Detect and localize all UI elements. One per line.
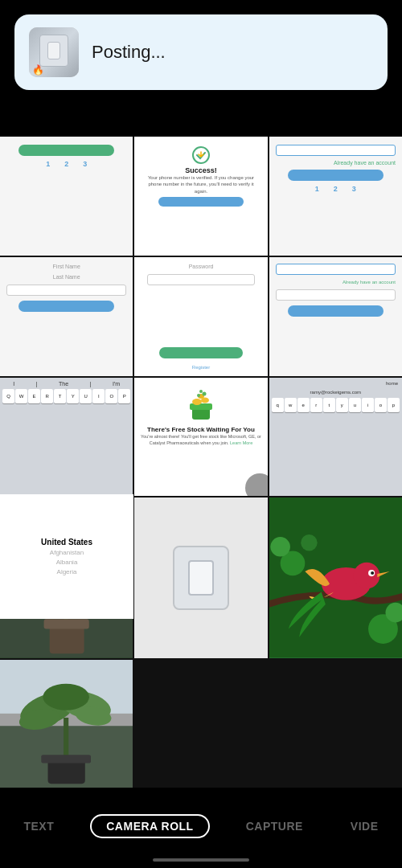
bird-art-photo xyxy=(269,497,402,657)
grid-cell-keyboard-2: home ramy@rocketgems.com q w e r t y u i… xyxy=(269,378,402,497)
grid-cell-plant-2[interactable] xyxy=(0,660,133,788)
posting-thumbnail: 🔥 xyxy=(29,27,79,77)
tab-bar: TEXT CAMERA ROLL CAPTURE VIDE xyxy=(0,788,402,868)
grid-cell-form-1[interactable]: First Name Last Name xyxy=(0,257,133,376)
keyboard-row-2: q w e r t y u i o p xyxy=(272,398,400,412)
firstname-label: First Name xyxy=(6,264,126,269)
grid-cell-bird[interactable] xyxy=(269,497,402,657)
success-text: Your phone number is verified. If you ch… xyxy=(144,174,257,194)
key-o[interactable]: O xyxy=(105,389,117,403)
grid-cell-keyboard-1: I|The|I'm Q W E R T Y U I O P xyxy=(0,378,133,497)
key-p[interactable]: P xyxy=(118,389,130,403)
key-y[interactable]: Y xyxy=(67,389,79,403)
grid-cell-signup-1[interactable]: 1 2 3 xyxy=(0,137,133,256)
already-account-link: Already have an account xyxy=(276,160,396,166)
stock-title: There's Free Stock Waiting For You xyxy=(147,426,255,434)
svg-point-24 xyxy=(353,563,379,589)
key-t[interactable]: T xyxy=(54,389,66,403)
photo-grid: 1 2 3 Success! Your phone number is veri… xyxy=(0,137,402,788)
key-u2[interactable]: u xyxy=(349,398,361,412)
step-dots-1: 1 2 3 xyxy=(6,160,126,168)
grid-cell-lightswitch[interactable] xyxy=(134,497,267,657)
already-account-2: Already have an account xyxy=(276,280,396,285)
form-btn-1 xyxy=(18,301,114,312)
key-w2[interactable]: w xyxy=(285,398,297,412)
key-q[interactable]: Q xyxy=(2,389,14,403)
tab-capture-label: CAPTURE xyxy=(246,820,303,833)
grid-cell-success: Success! Your phone number is verified. … xyxy=(134,137,267,256)
register-btn xyxy=(159,347,244,358)
register-label: Register xyxy=(192,365,210,370)
form-btn-2 xyxy=(288,305,384,317)
key-r2[interactable]: r xyxy=(310,398,322,412)
svg-rect-2 xyxy=(190,403,212,410)
email-input-active-mock xyxy=(276,264,396,275)
lastname-label: Last Name xyxy=(6,274,126,280)
password-input-mock xyxy=(147,274,255,285)
country-list[interactable]: United States Afghanistan Albania Algeri… xyxy=(0,494,133,619)
grid-cell-signup-2[interactable]: Already have an account 123 xyxy=(269,137,402,256)
switch-plate-large xyxy=(173,546,229,610)
svg-point-3 xyxy=(192,399,202,405)
country-us[interactable]: United States xyxy=(41,538,92,547)
tab-capture[interactable]: CAPTURE xyxy=(235,815,314,837)
key-w[interactable]: W xyxy=(15,389,27,403)
lightswitch-bg xyxy=(134,497,267,657)
firstname-input-mock xyxy=(6,285,126,296)
continue-btn-2 xyxy=(288,170,384,181)
key-q2[interactable]: q xyxy=(272,398,284,412)
email-input-mock xyxy=(276,145,396,156)
key-y2[interactable]: y xyxy=(336,398,348,412)
tab-text[interactable]: TEXT xyxy=(12,815,65,837)
tab-camera-roll[interactable]: CAMERA ROLL xyxy=(90,814,209,838)
key-i[interactable]: I xyxy=(92,389,105,403)
svg-point-6 xyxy=(197,394,200,397)
svg-point-8 xyxy=(199,390,203,393)
word-suggestions-1: I|The|I'm xyxy=(2,380,130,387)
tab-camera-roll-label: CAMERA ROLL xyxy=(106,820,193,833)
grid-cell-form-2[interactable]: Already have an account xyxy=(269,257,402,376)
key-t2[interactable]: t xyxy=(323,398,335,412)
posting-flames-icon: 🔥 xyxy=(32,64,44,76)
key-e[interactable]: E xyxy=(28,389,40,403)
key-r[interactable]: R xyxy=(41,389,53,403)
tab-video-label: VIDE xyxy=(351,820,379,833)
key-e2[interactable]: e xyxy=(297,398,310,412)
tab-video[interactable]: VIDE xyxy=(339,815,390,837)
svg-rect-20 xyxy=(50,625,84,654)
grid-cell-empty-1 xyxy=(134,660,267,788)
learn-more-link[interactable]: Learn More xyxy=(230,440,252,445)
svg-point-28 xyxy=(270,537,290,557)
posting-card: 🔥 Posting... xyxy=(14,14,388,90)
success-check-icon xyxy=(192,146,210,164)
svg-point-38 xyxy=(43,684,89,710)
grid-cell-empty-2 xyxy=(269,660,402,788)
home-indicator xyxy=(153,858,249,862)
svg-rect-21 xyxy=(44,620,89,629)
key-o2[interactable]: o xyxy=(375,398,387,412)
key-u[interactable]: U xyxy=(80,389,92,403)
grid-cell-stock: There's Free Stock Waiting For You You'r… xyxy=(134,378,267,497)
step-dots-2: 123 xyxy=(276,185,396,193)
password-label: Password xyxy=(141,264,260,269)
svg-point-29 xyxy=(301,534,317,551)
country-al[interactable]: Albania xyxy=(56,559,78,566)
home-label: home xyxy=(272,380,400,387)
email-bar: ramy@rocketgems.com xyxy=(272,388,400,396)
drag-handle[interactable] xyxy=(245,473,268,496)
stock-desc: You're almost there! You'll get free sto… xyxy=(137,434,264,446)
tab-items: TEXT CAMERA ROLL CAPTURE VIDE xyxy=(0,788,402,858)
grid-cell-password[interactable]: Password Register xyxy=(134,257,267,376)
continue-btn-1 xyxy=(18,145,114,156)
switch-rocker-large xyxy=(188,560,214,596)
svg-rect-42 xyxy=(41,755,91,763)
country-alg[interactable]: Algeria xyxy=(57,568,77,575)
continue-btn-success xyxy=(158,197,244,207)
plant-photo-2 xyxy=(0,660,133,788)
form-input-mock-2 xyxy=(276,289,396,301)
success-title: Success! xyxy=(185,166,217,174)
country-af[interactable]: Afghanistan xyxy=(50,549,84,556)
posting-status-text: Posting... xyxy=(92,42,166,63)
key-p2[interactable]: p xyxy=(388,398,400,412)
key-i2[interactable]: i xyxy=(362,398,374,412)
